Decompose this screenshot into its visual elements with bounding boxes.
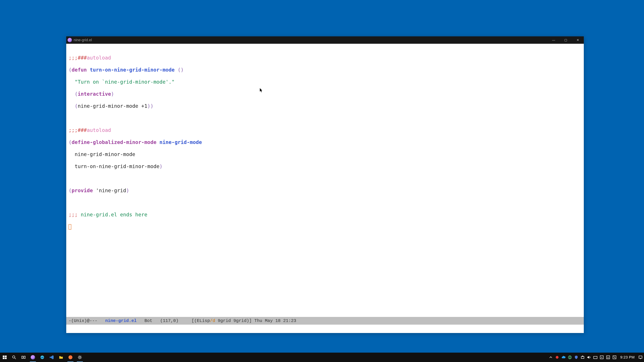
emacs-minibuffer[interactable] bbox=[66, 325, 584, 333]
code-token: ;;; bbox=[68, 212, 78, 218]
svg-rect-1 bbox=[5, 356, 6, 357]
code-token: ;;;### bbox=[68, 127, 87, 133]
code-token: 'nine-grid bbox=[96, 188, 126, 193]
minimize-icon: — bbox=[552, 38, 555, 42]
svg-line-16 bbox=[81, 358, 81, 359]
tray-app-generic-2[interactable] bbox=[574, 353, 579, 362]
edge-icon bbox=[40, 355, 44, 360]
tray-network[interactable] bbox=[580, 353, 586, 362]
tray-ime-1[interactable]: A bbox=[599, 353, 604, 362]
svg-rect-2 bbox=[3, 358, 4, 359]
globe-icon bbox=[568, 355, 572, 360]
tray-volume[interactable] bbox=[586, 353, 592, 362]
minimize-button[interactable]: — bbox=[548, 36, 560, 44]
code-token: autoload bbox=[87, 55, 111, 61]
tray-ime-2[interactable]: あ bbox=[605, 353, 611, 362]
folder-icon bbox=[59, 355, 64, 360]
svg-text:A: A bbox=[601, 356, 602, 359]
task-view-icon bbox=[21, 355, 26, 360]
svg-point-21 bbox=[569, 356, 570, 359]
code-token: turn-on-nine-grid-minor-mode bbox=[90, 67, 174, 73]
code-token: nine-grid-minor-mode +1 bbox=[78, 103, 147, 109]
ime-icon: A bbox=[600, 355, 604, 360]
taskbar-app-vscode[interactable] bbox=[47, 353, 56, 362]
vscode-icon bbox=[49, 355, 54, 360]
start-button[interactable] bbox=[0, 353, 10, 362]
titlebar[interactable]: nine-grid.el — ▢ ✕ bbox=[66, 36, 584, 44]
code-token: nine-grid-mode bbox=[160, 139, 202, 145]
system-tray: A あ 9:23 PM bbox=[548, 353, 644, 362]
svg-line-15 bbox=[78, 356, 79, 357]
code-token: defun bbox=[72, 67, 87, 73]
svg-point-20 bbox=[568, 356, 572, 359]
code-token: ;;;### bbox=[68, 55, 87, 61]
svg-line-5 bbox=[15, 358, 16, 359]
tray-ime-3[interactable] bbox=[612, 353, 617, 362]
taskbar-app-edge[interactable] bbox=[38, 353, 47, 362]
code-token: "Turn on `nine-grid-minor-mode'." bbox=[75, 79, 174, 85]
window-controls: — ▢ ✕ bbox=[548, 36, 584, 44]
modeline-datetime: Thu May 18 21:23 bbox=[254, 318, 296, 323]
modeline-flags: -(Unix)@--- bbox=[68, 318, 105, 323]
emacs-app-icon bbox=[68, 38, 72, 42]
taskbar-app-firefox[interactable] bbox=[66, 353, 75, 362]
modeline-position: Bot (117,0) [(ELisp bbox=[137, 318, 210, 323]
close-button[interactable]: ✕ bbox=[572, 36, 584, 44]
maximize-button[interactable]: ▢ bbox=[560, 36, 572, 44]
code-token: nine-grid-minor-mode bbox=[75, 151, 135, 157]
code-token: ( bbox=[68, 67, 72, 73]
editor-buffer[interactable]: ;;;###autoload (defun turn-on-nine-grid-… bbox=[66, 44, 584, 317]
keyboard-icon bbox=[593, 355, 598, 360]
code-token: define-globalized-minor-mode bbox=[72, 139, 156, 145]
tray-language[interactable] bbox=[592, 353, 598, 362]
svg-rect-3 bbox=[5, 358, 6, 359]
task-view-button[interactable] bbox=[19, 353, 28, 362]
windows-logo-icon bbox=[2, 355, 7, 360]
taskbar-app-file-explorer[interactable] bbox=[56, 353, 66, 362]
svg-rect-32 bbox=[639, 356, 642, 358]
tray-app-generic-1[interactable] bbox=[567, 353, 573, 362]
window-title: nine-grid.el bbox=[74, 38, 92, 42]
emacs-app-icon bbox=[31, 355, 35, 360]
taskbar-app-settings[interactable] bbox=[75, 353, 84, 362]
code-token: nine-grid.el ends here bbox=[78, 212, 147, 218]
shield-icon bbox=[574, 355, 578, 360]
emacs-modeline[interactable]: -(Unix)@--- nine-grid.el Bot (117,0) [(E… bbox=[66, 317, 584, 325]
taskbar-app-emacs[interactable] bbox=[28, 353, 38, 362]
ime-mode-icon bbox=[612, 355, 617, 360]
tray-recording-icon[interactable] bbox=[554, 353, 560, 362]
tray-overflow-button[interactable] bbox=[548, 353, 554, 362]
speaker-icon bbox=[587, 355, 591, 360]
maximize-icon: ▢ bbox=[564, 38, 567, 42]
svg-point-10 bbox=[79, 357, 80, 358]
notification-icon bbox=[638, 355, 643, 360]
gear-icon bbox=[78, 355, 82, 360]
svg-text:あ: あ bbox=[607, 356, 609, 359]
svg-point-19 bbox=[556, 356, 558, 359]
action-center-button[interactable] bbox=[638, 353, 643, 362]
emacs-window: nine-grid.el — ▢ ✕ ;;;###autoload (defun… bbox=[66, 36, 584, 333]
svg-line-18 bbox=[81, 356, 81, 357]
cloud-icon bbox=[561, 355, 566, 360]
close-icon: ✕ bbox=[576, 38, 579, 42]
taskbar-left bbox=[0, 353, 84, 362]
taskbar-clock[interactable]: 9:23 PM bbox=[618, 355, 637, 360]
svg-line-31 bbox=[614, 357, 615, 358]
code-token: autoload bbox=[87, 127, 111, 133]
svg-rect-23 bbox=[582, 356, 583, 357]
code-token: turn-on-nine-grid-minor-mode bbox=[75, 163, 160, 169]
search-button[interactable] bbox=[10, 353, 19, 362]
svg-line-17 bbox=[78, 358, 79, 359]
svg-rect-22 bbox=[581, 357, 584, 359]
firefox-icon bbox=[68, 355, 73, 360]
text-cursor bbox=[68, 224, 71, 230]
ime-kana-icon: あ bbox=[606, 355, 610, 360]
code-token: provide bbox=[72, 188, 93, 193]
windows-taskbar: A あ 9:23 PM bbox=[0, 353, 644, 362]
svg-rect-24 bbox=[594, 356, 597, 359]
modeline-modes: 9grid 9grid)] bbox=[215, 318, 254, 323]
ethernet-icon bbox=[580, 355, 585, 360]
tray-onedrive[interactable] bbox=[561, 353, 566, 362]
svg-rect-6 bbox=[22, 356, 23, 359]
search-icon bbox=[12, 355, 16, 360]
